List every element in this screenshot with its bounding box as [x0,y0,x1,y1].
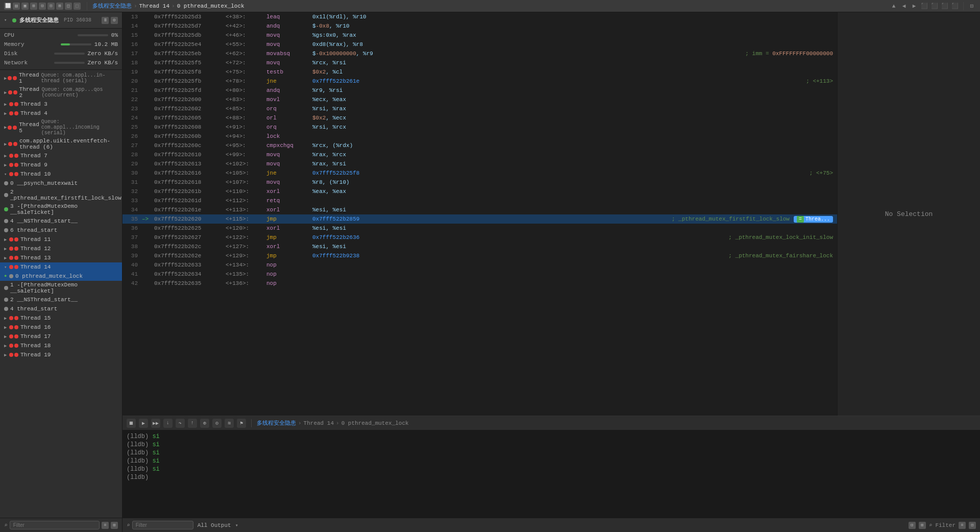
disasm-row-24[interactable]: 240x7fff522b2605<+88>:orl$0x2, %ecx [122,113,837,123]
thread-item-13[interactable]: ▶ Thread 13 [0,253,122,262]
disasm-row-17[interactable]: 170x7fff522b25eb<+62>:movabsq$-0x1000000… [122,49,837,58]
thread10-sub-4[interactable]: 4 __NSThread_start__ [0,216,122,226]
console-step-out[interactable]: ↑ [188,419,197,428]
console-btn-3[interactable]: ▶▶ [151,419,160,428]
thread-item-1[interactable]: ▶ Thread 1 Queue: com.appl...in-thread (… [0,71,122,85]
disasm-row-32[interactable]: 320x7fff522b261b<+110>:xorl%eax, %eax [122,187,837,196]
disasm-row-25[interactable]: 250x7fff522b2608<+91>:orq%rsi, %rcx [122,123,837,132]
disasm-row-37[interactable]: 370x7fff522b2627<+122>:jmp0x7fff522b2636… [122,233,837,242]
nav-icon-1[interactable]: ⬛ [920,2,928,10]
thread-item-3[interactable]: ▶ Thread 3 [0,100,122,109]
thread14-sub-2[interactable]: 2 __NSThread_start__ [0,295,122,304]
thread-item-9[interactable]: ▶ Thread 9 [0,160,122,170]
back-icon[interactable]: ◀ [900,2,908,10]
thread-item-17[interactable]: ▶ Thread 17 [0,332,122,341]
thread10-sub-2[interactable]: 2 _pthread_mutex_firstfit_lock_slow [0,188,122,202]
filter-input[interactable] [10,521,100,529]
alert-icon[interactable]: ▲ [890,2,898,10]
thread14-sub-4[interactable]: 4 thread_start [0,304,122,313]
breadcrumb-app[interactable]: 多线程安全隐患 [92,2,132,10]
bottom-filter-input[interactable] [132,521,193,529]
disasm-row-31[interactable]: 310x7fff522b2618<+107>:movq%r8, (%r10) [122,178,837,187]
disasm-row-33[interactable]: 330x7fff522b261d<+112>:retq [122,196,837,205]
forward-icon[interactable]: ▶ [910,2,918,10]
console-btn-7[interactable]: ⊙ [212,419,222,428]
thread-item-2[interactable]: ▶ Thread 2 Queue: com.app...qos (concurr… [0,85,122,100]
bottom-right-btn2[interactable]: ⊞ [919,522,926,529]
thread-item-12[interactable]: ▶ Thread 12 [0,244,122,253]
disasm-row-38[interactable]: 380x7fff522b262c<+127>:xorl%esi, %esi [122,242,837,251]
window-icon[interactable]: ⊡ [968,2,976,10]
bottom-right-view2[interactable]: ⊡ [969,522,976,529]
toolbar-btn-3[interactable]: ▣ [21,3,29,10]
console-btn-1[interactable]: ⏹ [127,419,136,428]
disasm-row-35[interactable]: 35–>0x7fff522b2620<+115>:jmp0x7fff522b28… [122,214,837,224]
disasm-row-16[interactable]: 160x7fff522b25e4<+55>:movq0xd8(%rax), %r… [122,40,837,49]
disasm-row-27[interactable]: 270x7fff522b260c<+95>:cmpxchgq%rcx, (%rd… [122,141,837,150]
thread-item-16[interactable]: ▶ Thread 16 [0,323,122,332]
toolbar-btn-5[interactable]: ⊟ [39,3,46,10]
thread-item-19[interactable]: ▶ Thread 19 [0,350,122,359]
thread10-sub-3[interactable]: 3 -[PthreadMutexDemo __saleTicket] [0,202,122,216]
disasm-row-18[interactable]: 180x7fff522b25f5<+72>:movq%rcx, %rsi [122,58,837,67]
sidebar-view-btn-1[interactable]: ≡ [102,522,109,529]
disasm-row-39[interactable]: 390x7fff522b262e<+129>:jmp0x7fff522b9238… [122,251,837,260]
thread-item-5[interactable]: ▶ Thread 5 Queue: com.appl...incoming (s… [0,118,122,137]
expand-arrow[interactable]: ▾ [4,17,9,23]
console-btn-9[interactable]: ⚑ [237,419,246,428]
disasm-row-15[interactable]: 150x7fff522b25db<+46>:movq%gs:0x0, %rax [122,31,837,40]
breadcrumb-thread[interactable]: Thread 14 [139,3,169,9]
toolbar-btn-1[interactable]: ⬜ [4,3,11,10]
bottom-right-btn1[interactable]: ⊟ [909,522,916,529]
console-step-into[interactable]: ↓ [163,419,173,428]
thread-item-4[interactable]: ▶ Thread 4 [0,109,122,118]
thread-item-6[interactable]: ▶ com.apple.uikit.eventfetch-thread (6) [0,137,122,151]
thread-item-11[interactable]: ▶ Thread 11 [0,235,122,244]
disasm-row-23[interactable]: 230x7fff522b2602<+85>:orq%rsi, %rax [122,104,837,113]
thread14-sub-1[interactable]: 1 -[PthreadMutexDemo __saleTicket] [0,281,122,295]
toolbar-btn-7[interactable]: ⊠ [56,3,63,10]
breadcrumb-func[interactable]: 0 pthread_mutex_lock [177,3,244,9]
toolbar-btn-4[interactable]: ⊞ [30,3,37,10]
disasm-row-36[interactable]: 360x7fff522b2625<+120>:xorl%esi, %esi [122,224,837,233]
disasm-row-21[interactable]: 210x7fff522b25fd<+80>:andq%r9, %rsi [122,86,837,95]
thread10-sub-0[interactable]: 0 __psynch_mutexwait [0,179,122,188]
disasm-row-28[interactable]: 280x7fff522b2610<+99>:movq%rax, %rcx [122,150,837,159]
thread-item-18[interactable]: ▶ Thread 18 [0,341,122,350]
thread-item-10[interactable]: ▾ Thread 10 [0,170,122,179]
console-btn-6[interactable]: ⊕ [200,419,209,428]
thread10-sub-6[interactable]: 6 thread_start [0,226,122,235]
thread-item-7[interactable]: ▶ Thread 7 [0,151,122,160]
disasm-row-14[interactable]: 140x7fff522b25d7<+42>:andq$-0x8, %r10 [122,21,837,31]
toolbar-btn-6[interactable]: ⊡ [47,3,55,10]
operands-27: %rcx, (%rdx) [312,142,833,149]
disasm-row-41[interactable]: 410x7fff522b2634<+135>:nop [122,270,837,279]
thread-item-14[interactable]: ▾ Thread 14 [0,262,122,272]
bottom-right-view1[interactable]: ≡ [959,522,966,529]
thread-item-15[interactable]: ▶ Thread 15 [0,313,122,323]
sidebar-view-btn-2[interactable]: ⊞ [111,522,118,529]
console-btn-2[interactable]: ▶ [139,419,148,428]
console-step-over[interactable]: ↷ [176,419,185,428]
disasm-row-30[interactable]: 300x7fff522b2616<+105>:jne0x7fff522b25f8… [122,168,837,178]
settings-btn[interactable]: ⚙ [111,17,118,24]
disasm-row-20[interactable]: 200x7fff522b25fb<+78>:jne0x7fff522b261e;… [122,77,837,86]
toolbar-btn-9[interactable]: ⬚ [74,3,81,10]
disasm-row-40[interactable]: 400x7fff522b2633<+134>:nop [122,260,837,270]
console-btn-8[interactable]: ≋ [225,419,234,428]
toolbar-btn-8[interactable]: ◫ [65,3,72,10]
disasm-row-13[interactable]: 130x7fff522b25d3<+38>:leaq0x1l(%rdl), %r… [122,12,837,21]
thread14-sub-0[interactable]: ● 0 pthread_mutex_lock [0,272,122,281]
disasm-row-26[interactable]: 260x7fff522b260b<+94>:lock [122,132,837,141]
nav-icon-3[interactable]: ⬛ [941,2,949,10]
disasm-row-22[interactable]: 220x7fff522b2600<+83>:movl%ecx, %eax [122,95,837,104]
disasm-row-34[interactable]: 340x7fff522b261e<+113>:xorl%esi, %esi [122,205,837,214]
nav-icon-4[interactable]: ⬛ [951,2,959,10]
disasm-row-29[interactable]: 290x7fff522b2613<+102>:movq%rax, %rsi [122,159,837,168]
disasm-row-42[interactable]: 420x7fff522b2635<+136>:nop [122,279,837,288]
output-chevron[interactable]: ▾ [235,522,238,528]
disasm-row-19[interactable]: 190x7fff522b25f8<+75>:testb$0x2, %cl [122,67,837,77]
toolbar-btn-2[interactable]: ▤ [13,3,20,10]
pause-btn[interactable]: ⏸ [102,17,109,24]
nav-icon-2[interactable]: ⬛ [930,2,939,10]
